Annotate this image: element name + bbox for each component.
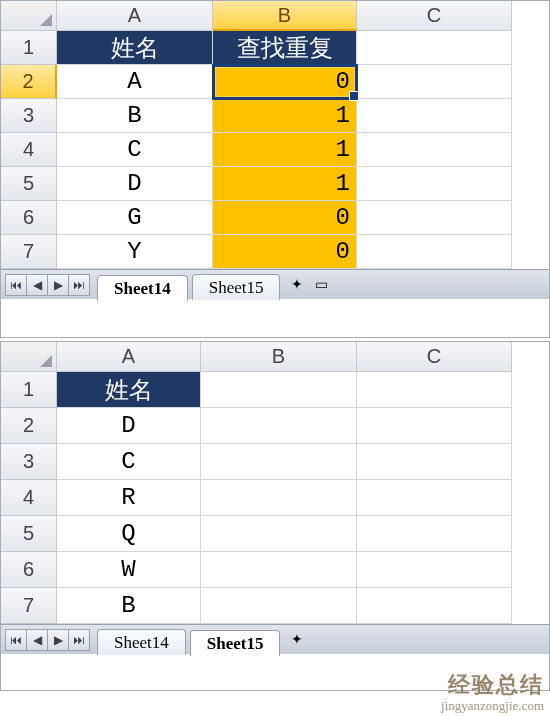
cell-B4[interactable] [201, 480, 357, 516]
new-sheet-icon[interactable]: ✦ [288, 631, 306, 649]
row-header-7[interactable]: 7 [1, 235, 57, 269]
col-header-C[interactable]: C [357, 1, 512, 31]
cell-C7[interactable] [357, 588, 512, 624]
row-header-2[interactable]: 2 [1, 65, 57, 99]
tab-nav-first-button[interactable]: ⏮ [5, 629, 27, 651]
cell-A7[interactable]: Y [57, 235, 213, 269]
cell-B4[interactable]: 1 [213, 133, 357, 167]
cell-B7[interactable]: 0 [213, 235, 357, 269]
cell-B5[interactable]: 1 [213, 167, 357, 201]
tab-nav-prev-button[interactable]: ◀ [26, 274, 48, 296]
cell-B6[interactable] [201, 552, 357, 588]
cell-B5[interactable] [201, 516, 357, 552]
row-header-5[interactable]: 5 [1, 167, 57, 201]
watermark-title: 经验总结 [441, 672, 544, 698]
cell-C6[interactable] [357, 201, 512, 235]
col-header-B[interactable]: B [201, 342, 357, 372]
cell-B1[interactable]: 查找重复 [213, 31, 357, 65]
bottom-workbook-pane: A B C 1 姓名 2 D 3 C 4 R 5 Q 6 W 7 B ⏮ [0, 341, 550, 691]
cell-A3[interactable]: B [57, 99, 213, 133]
tab-nav-last-button[interactable]: ⏭ [68, 274, 90, 296]
tab-bar-end: ✦ [288, 631, 306, 649]
cell-B1[interactable] [201, 372, 357, 408]
cell-C1[interactable] [357, 31, 512, 65]
row-header-3[interactable]: 3 [1, 444, 57, 480]
row-header-6[interactable]: 6 [1, 552, 57, 588]
cell-A2[interactable]: A [57, 65, 213, 99]
cell-B3[interactable]: 1 [213, 99, 357, 133]
cell-C5[interactable] [357, 167, 512, 201]
row-header-4[interactable]: 4 [1, 133, 57, 167]
col-header-B[interactable]: B [213, 1, 357, 31]
cell-C2[interactable] [357, 408, 512, 444]
cell-C3[interactable] [357, 99, 512, 133]
cell-A1[interactable]: 姓名 [57, 372, 201, 408]
sheet-tab-sheet14[interactable]: Sheet14 [97, 275, 188, 301]
row-header-3[interactable]: 3 [1, 99, 57, 133]
tab-nav-first-button[interactable]: ⏮ [5, 274, 27, 296]
cell-C2[interactable] [357, 65, 512, 99]
tab-nav-prev-button[interactable]: ◀ [26, 629, 48, 651]
col-header-A[interactable]: A [57, 342, 201, 372]
bottom-grid: A B C 1 姓名 2 D 3 C 4 R 5 Q 6 W 7 B [1, 342, 549, 624]
cell-A5[interactable]: Q [57, 516, 201, 552]
watermark-url: jingyanzongjie.com [441, 698, 544, 714]
watermark: 经验总结 jingyanzongjie.com [441, 672, 544, 714]
cell-C1[interactable] [357, 372, 512, 408]
cell-C5[interactable] [357, 516, 512, 552]
row-header-1[interactable]: 1 [1, 31, 57, 65]
cell-A1[interactable]: 姓名 [57, 31, 213, 65]
row-header-6[interactable]: 6 [1, 201, 57, 235]
cell-C4[interactable] [357, 480, 512, 516]
cell-A2[interactable]: D [57, 408, 201, 444]
cell-B2[interactable]: 0 [213, 65, 357, 99]
cell-B7[interactable] [201, 588, 357, 624]
top-grid: A B C 1 姓名 查找重复 2 A 0 3 B 1 4 C 1 5 D 1 … [1, 1, 549, 269]
cell-A7[interactable]: B [57, 588, 201, 624]
col-header-C[interactable]: C [357, 342, 512, 372]
cell-A3[interactable]: C [57, 444, 201, 480]
cell-C7[interactable] [357, 235, 512, 269]
tab-nav-next-button[interactable]: ▶ [47, 274, 69, 296]
cell-C3[interactable] [357, 444, 512, 480]
cell-C6[interactable] [357, 552, 512, 588]
tab-nav-buttons: ⏮ ◀ ▶ ⏭ [5, 274, 89, 296]
cell-A5[interactable]: D [57, 167, 213, 201]
row-header-1[interactable]: 1 [1, 372, 57, 408]
cell-A4[interactable]: R [57, 480, 201, 516]
tab-nav-buttons: ⏮ ◀ ▶ ⏭ [5, 629, 89, 651]
cell-C4[interactable] [357, 133, 512, 167]
cell-B6[interactable]: 0 [213, 201, 357, 235]
cell-A4[interactable]: C [57, 133, 213, 167]
sheet-tab-sheet15[interactable]: Sheet15 [192, 274, 281, 300]
sheet-tab-sheet15[interactable]: Sheet15 [190, 630, 281, 656]
scroll-icon[interactable]: ▭ [312, 276, 330, 294]
row-header-2[interactable]: 2 [1, 408, 57, 444]
top-tab-bar: ⏮ ◀ ▶ ⏭ Sheet14 Sheet15 ✦ ▭ [1, 269, 549, 299]
col-header-A[interactable]: A [57, 1, 213, 31]
top-workbook-pane: A B C 1 姓名 查找重复 2 A 0 3 B 1 4 C 1 5 D 1 … [0, 0, 550, 338]
select-all-corner[interactable] [1, 1, 57, 31]
tab-nav-last-button[interactable]: ⏭ [68, 629, 90, 651]
cell-B2[interactable] [201, 408, 357, 444]
row-header-5[interactable]: 5 [1, 516, 57, 552]
tab-nav-next-button[interactable]: ▶ [47, 629, 69, 651]
cell-A6[interactable]: G [57, 201, 213, 235]
cell-B3[interactable] [201, 444, 357, 480]
select-all-corner[interactable] [1, 342, 57, 372]
cell-A6[interactable]: W [57, 552, 201, 588]
new-sheet-icon[interactable]: ✦ [288, 276, 306, 294]
sheet-tab-sheet14[interactable]: Sheet14 [97, 629, 186, 655]
row-header-4[interactable]: 4 [1, 480, 57, 516]
tab-bar-end: ✦ ▭ [288, 276, 330, 294]
bottom-tab-bar: ⏮ ◀ ▶ ⏭ Sheet14 Sheet15 ✦ [1, 624, 549, 654]
row-header-7[interactable]: 7 [1, 588, 57, 624]
